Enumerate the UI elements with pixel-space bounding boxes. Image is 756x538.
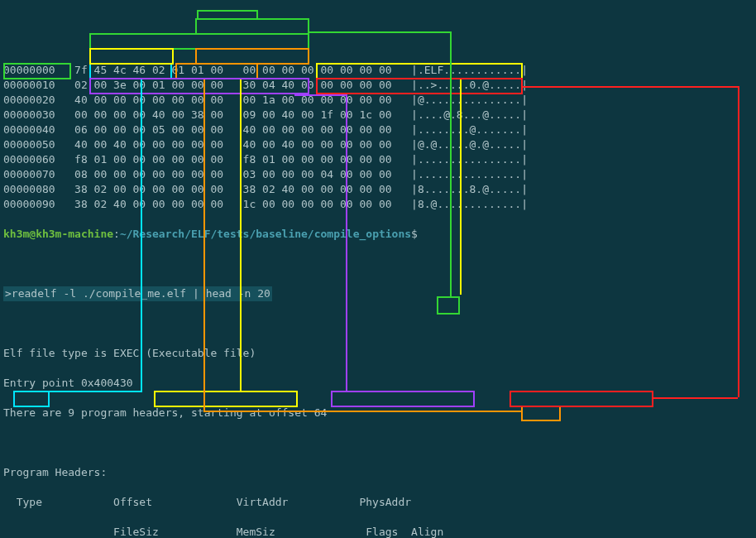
prompt-dollar: $ (411, 228, 418, 240)
annotation-box (89, 33, 309, 50)
program-headers-hdr2: FileSiz MemSiz Flags Align (3, 525, 753, 538)
hexdump-row: 00000000 7f 45 4c 46 02 01 01 00 00 00 0… (3, 63, 753, 78)
elf-entry-line: Entry point 0x400430 (3, 376, 753, 391)
hexdump-row: 00000080 38 02 00 00 00 00 00 00 38 02 4… (3, 182, 753, 197)
blank-line (3, 257, 753, 271)
hexdump-row: 00000020 40 00 00 00 00 00 00 00 00 1a 0… (3, 93, 753, 108)
annotation-box (195, 18, 309, 35)
program-headers-hdr1: Type Offset VirtAddr PhysAddr (3, 495, 753, 510)
ph-count-value: 64 (314, 406, 328, 419)
annotation-line (31, 391, 142, 392)
prompt-path: ~/Research/ELF/tests/baseline/compile_op… (120, 228, 411, 240)
hexdump-row: 00000030 00 00 00 00 40 00 38 00 09 00 4… (3, 108, 753, 122)
hexdump-row: 00000090 38 02 40 00 00 00 00 00 1c 00 0… (3, 197, 753, 212)
command-line[interactable]: >readelf -l ./compile_me.elf | head -n 2… (3, 286, 753, 301)
prompt-line: kh3m@kh3m-machine:~/Research/ELF/tests/b… (3, 227, 753, 242)
hexdump-row: 00000070 08 00 00 00 00 00 00 00 03 00 0… (3, 167, 753, 182)
annotation-line (197, 10, 199, 18)
program-headers-title: Program Headers: (3, 465, 753, 480)
prompt-user: kh3m@kh3m-machine (3, 228, 113, 240)
prompt-sep: : (113, 228, 120, 240)
annotation-box (195, 48, 309, 65)
blank-line (3, 435, 753, 450)
ph-count-prefix: There are 9 program headers, starting at… (3, 406, 314, 419)
elf-ph-count-line: There are 9 program headers, starting at… (3, 406, 753, 420)
annotation-line (256, 10, 258, 18)
annotation-box (154, 391, 298, 407)
hexdump-row: 00000050 40 00 40 00 00 00 00 00 40 00 4… (3, 137, 753, 152)
hexdump-row: 00000010 02 00 3e 00 01 00 00 00 30 04 4… (3, 78, 753, 93)
annotation-line (653, 397, 738, 399)
hexdump-row: 00000060 f8 01 00 00 00 00 00 00 f8 01 0… (3, 152, 753, 167)
annotation-line (197, 10, 258, 12)
command-text: >readelf -l ./compile_me.elf | head -n 2… (3, 286, 272, 301)
hexdump-row: 00000040 06 00 00 00 05 00 00 00 40 00 0… (3, 122, 753, 137)
annotation-line (309, 31, 452, 33)
annotation-box (89, 48, 174, 65)
annotation-line (240, 391, 256, 392)
annotation-box (13, 391, 50, 407)
blank-line (3, 316, 753, 331)
elf-type-line: Elf file type is EXEC (Executable file) (3, 346, 753, 361)
hexdump: 00000000 7f 45 4c 46 02 01 01 00 00 00 0… (3, 63, 753, 212)
annotation-box (331, 391, 475, 407)
annotation-box (510, 391, 653, 407)
